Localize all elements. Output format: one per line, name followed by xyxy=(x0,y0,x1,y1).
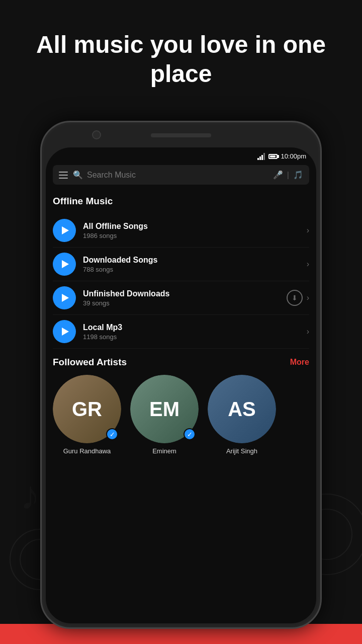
followed-artists-title: Followed Artists xyxy=(53,357,127,368)
offline-section-title: Offline Music xyxy=(53,196,309,207)
play-triangle-icon xyxy=(62,294,69,302)
guru-name: Guru Randhawa xyxy=(63,447,111,455)
arijit-avatar-wrapper: AS xyxy=(208,375,276,443)
power-button xyxy=(321,218,322,253)
search-icon: 🔍 xyxy=(73,170,83,180)
music-note-icon[interactable]: 🎵 xyxy=(293,170,303,180)
svg-rect-8 xyxy=(259,156,261,160)
phone-mockup: 10:00pm 🔍 Search Music 🎤 | xyxy=(40,121,322,629)
signal-icon xyxy=(257,153,265,160)
list-item[interactable]: Local Mp3 1198 songs › xyxy=(53,315,309,349)
list-item[interactable]: Downloaded Songs 788 songs › xyxy=(53,248,309,281)
eminem-name: Eminem xyxy=(152,447,176,455)
content-area: Offline Music All Offline Songs 1986 son… xyxy=(46,191,316,460)
all-offline-info: All Offline Songs 1986 songs xyxy=(83,222,300,239)
local-info: Local Mp3 1198 songs xyxy=(83,323,300,341)
play-button-downloaded[interactable] xyxy=(53,253,76,276)
play-button-unfinished[interactable] xyxy=(53,286,76,309)
mic-icon[interactable]: 🎤 xyxy=(273,170,283,180)
play-triangle-icon xyxy=(62,328,69,336)
phone-camera xyxy=(92,130,101,139)
download-icon[interactable]: ⬇ xyxy=(287,290,303,306)
screen-content[interactable]: 10:00pm 🔍 Search Music 🎤 | xyxy=(46,147,316,598)
unfinished-info: Unfinished Downloads 39 songs xyxy=(83,289,280,307)
chevron-right-icon: › xyxy=(307,260,309,269)
list-item[interactable]: All Offline Songs 1986 songs › xyxy=(53,214,309,248)
svg-rect-10 xyxy=(263,153,265,160)
offline-music-list: All Offline Songs 1986 songs › xyxy=(53,214,309,349)
play-button-all-offline[interactable] xyxy=(53,219,76,242)
svg-text:♪: ♪ xyxy=(20,473,40,518)
list-item[interactable]: Unfinished Downloads 39 songs ⬇ › xyxy=(53,281,309,315)
battery-icon xyxy=(268,154,278,159)
guru-avatar-wrapper: GR ✓ xyxy=(53,375,121,443)
phone-speaker xyxy=(151,133,211,137)
arijit-avatar: AS xyxy=(208,375,276,443)
hero-section: All music you love in one place xyxy=(0,30,362,88)
svg-rect-9 xyxy=(261,155,263,160)
follow-check-icon: ✓ xyxy=(184,428,196,440)
play-triangle-icon xyxy=(62,260,69,268)
artist-item[interactable]: AS Arijit Singh xyxy=(208,375,276,455)
search-bar[interactable]: 🔍 Search Music 🎤 | 🎵 xyxy=(53,165,309,185)
downloaded-subtitle: 788 songs xyxy=(83,266,300,273)
all-offline-subtitle: 1986 songs xyxy=(83,232,300,239)
more-link[interactable]: More xyxy=(290,358,309,367)
all-offline-actions: › xyxy=(307,226,309,235)
chevron-right-icon: › xyxy=(307,293,309,302)
status-time: 10:00pm xyxy=(281,152,306,160)
chevron-right-icon: › xyxy=(307,226,309,235)
local-title: Local Mp3 xyxy=(83,323,300,332)
arijit-name: Arijit Singh xyxy=(226,447,257,455)
chevron-right-icon: › xyxy=(307,327,309,336)
phone-screen: 10:00pm 🔍 Search Music 🎤 | xyxy=(46,147,316,623)
followed-artists-header: Followed Artists More xyxy=(53,357,309,368)
play-button-local[interactable] xyxy=(53,320,76,343)
all-offline-title: All Offline Songs xyxy=(83,222,300,231)
search-input-area[interactable]: 🔍 Search Music xyxy=(73,170,268,180)
hero-title: All music you love in one place xyxy=(30,30,332,88)
menu-icon[interactable] xyxy=(59,172,68,179)
search-placeholder: Search Music xyxy=(87,171,136,180)
svg-rect-7 xyxy=(257,158,259,160)
local-subtitle: 1198 songs xyxy=(83,333,300,341)
artists-row: GR ✓ Guru Randhawa EM xyxy=(53,375,309,455)
volume-down-button xyxy=(40,235,41,261)
divider: | xyxy=(287,171,289,180)
volume-up-button xyxy=(40,203,41,228)
local-actions: › xyxy=(307,327,309,336)
artist-item[interactable]: GR ✓ Guru Randhawa xyxy=(53,375,121,455)
artist-item[interactable]: EM ✓ Eminem xyxy=(130,375,199,455)
unfinished-title: Unfinished Downloads xyxy=(83,289,280,298)
arijit-photo: AS xyxy=(208,375,276,443)
unfinished-subtitle: 39 songs xyxy=(83,299,280,307)
downloaded-title: Downloaded Songs xyxy=(83,256,300,265)
unfinished-actions[interactable]: ⬇ › xyxy=(287,290,309,306)
status-bar: 10:00pm xyxy=(46,147,316,163)
downloaded-actions: › xyxy=(307,260,309,269)
eminem-avatar-wrapper: EM ✓ xyxy=(130,375,199,443)
search-right-icons: 🎤 | 🎵 xyxy=(273,170,303,180)
follow-check-icon: ✓ xyxy=(106,428,118,440)
play-triangle-icon xyxy=(62,226,69,234)
downloaded-info: Downloaded Songs 788 songs xyxy=(83,256,300,273)
